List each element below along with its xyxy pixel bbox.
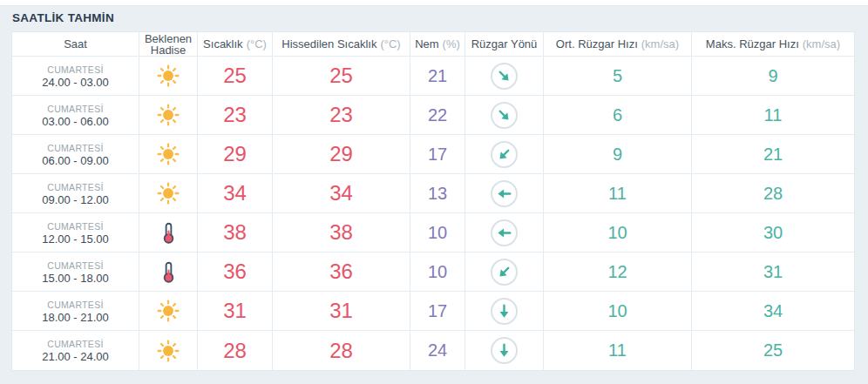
row-day: CUMARTESİ — [47, 103, 103, 115]
cell-wind-direction — [465, 96, 544, 134]
table-row: CUMARTESİ 21.00 - 24.00 28 28 24 — [12, 331, 854, 370]
column-header-label: Saat — [64, 38, 87, 50]
table-body: CUMARTESİ 24.00 - 03.00 25 25 21 — [12, 57, 854, 370]
sun-icon — [156, 64, 180, 88]
cell-temperature: 38 — [198, 213, 273, 252]
sun-icon — [156, 103, 180, 127]
cell-humidity: 17 — [410, 292, 465, 330]
row-day: CUMARTESİ — [47, 181, 103, 193]
column-header: Rüzgar Yönü — [465, 32, 544, 56]
thermometer-icon — [156, 220, 180, 245]
sun-icon — [156, 103, 180, 127]
table-header-row: SaatBeklenen HadiseSıcaklık(°C)Hissedile… — [12, 32, 854, 57]
table-row: CUMARTESİ 09.00 - 12.00 34 34 13 — [12, 174, 854, 213]
table-row: CUMARTESİ 18.00 - 21.00 31 31 17 — [12, 292, 854, 331]
table-row: CUMARTESİ 12.00 - 15.00 38 38 10 10 30 — [12, 213, 854, 253]
sun-icon — [156, 339, 180, 363]
cell-avg-wind-speed: 10 — [544, 292, 692, 330]
sun-icon — [156, 299, 180, 323]
thermometer-icon — [157, 260, 180, 284]
cell-max-wind-speed: 28 — [692, 174, 854, 212]
row-day: CUMARTESİ — [47, 142, 103, 154]
wind-direction-icon — [491, 259, 518, 286]
cell-max-wind-speed: 30 — [692, 213, 854, 252]
wind-direction-icon — [491, 337, 518, 364]
column-header-label: Hissedilen Sıcaklık — [281, 38, 376, 50]
row-time: 24.00 - 03.00 — [42, 76, 109, 89]
cell-wind-direction — [465, 213, 544, 252]
cell-avg-wind-speed: 5 — [544, 57, 692, 95]
cell-feels-like: 25 — [273, 57, 410, 95]
cell-temperature: 23 — [198, 96, 273, 134]
wind-direction-icon — [491, 63, 518, 90]
cell-avg-wind-speed: 11 — [544, 174, 692, 212]
column-header: Nem(%) — [410, 32, 465, 56]
column-header-label: Sıcaklık — [203, 38, 243, 50]
column-header-unit: (°C) — [380, 38, 400, 50]
cell-wind-direction — [465, 253, 544, 291]
thermometer-icon — [156, 259, 180, 284]
sun-icon — [156, 181, 180, 205]
cell-temperature: 29 — [198, 135, 273, 173]
cell-expected-event — [139, 213, 198, 252]
wind-direction-icon — [491, 180, 518, 207]
cell-time: CUMARTESİ 06.00 - 09.00 — [12, 135, 139, 173]
column-header-unit: (km/sa) — [803, 38, 840, 50]
cell-feels-like: 29 — [273, 135, 410, 173]
cell-feels-like: 23 — [273, 96, 410, 134]
cell-avg-wind-speed: 10 — [544, 213, 692, 252]
cell-humidity: 22 — [410, 96, 465, 134]
row-time: 18.00 - 21.00 — [42, 311, 109, 324]
wind-direction-icon — [491, 141, 518, 168]
sun-icon — [156, 142, 180, 166]
cell-temperature: 31 — [198, 292, 273, 330]
cell-temperature: 36 — [198, 253, 273, 291]
table-row: CUMARTESİ 03.00 - 06.00 23 23 22 — [12, 96, 854, 135]
column-header: Hissedilen Sıcaklık(°C) — [273, 32, 410, 56]
cell-humidity: 10 — [410, 253, 465, 291]
cell-max-wind-speed: 21 — [692, 135, 854, 173]
cell-wind-direction — [465, 174, 544, 212]
sun-icon — [156, 339, 180, 363]
row-day: CUMARTESİ — [47, 259, 103, 272]
cell-time: CUMARTESİ 09.00 - 12.00 — [12, 174, 139, 212]
row-time: 06.00 - 09.00 — [42, 154, 109, 167]
column-header-label: Beklenen Hadise — [145, 33, 192, 56]
page-title: SAATLİK TAHMİN — [12, 11, 868, 24]
cell-temperature: 34 — [198, 174, 273, 212]
column-header: Sıcaklık(°C) — [198, 32, 273, 56]
wind-direction-icon — [491, 102, 518, 129]
cell-temperature: 25 — [198, 57, 273, 95]
row-time: 21.00 - 24.00 — [42, 350, 109, 363]
hourly-forecast-table: SaatBeklenen HadiseSıcaklık(°C)Hissedile… — [11, 31, 855, 371]
sun-icon — [156, 142, 180, 166]
column-header-unit: (°C) — [247, 38, 267, 50]
row-time: 03.00 - 06.00 — [42, 115, 109, 128]
top-divider — [0, 0, 868, 6]
sun-icon — [156, 64, 180, 88]
cell-max-wind-speed: 31 — [692, 253, 854, 291]
column-header: Maks. Rüzgar Hızı(km/sa) — [692, 32, 854, 56]
cell-expected-event — [139, 292, 198, 330]
cell-temperature: 28 — [198, 331, 273, 370]
cell-humidity: 13 — [410, 174, 465, 212]
cell-expected-event — [139, 96, 198, 134]
column-header-unit: (km/sa) — [641, 38, 679, 50]
row-time: 12.00 - 15.00 — [42, 232, 109, 246]
cell-time: CUMARTESİ 18.00 - 21.00 — [12, 292, 139, 330]
cell-avg-wind-speed: 11 — [544, 331, 692, 370]
table-row: CUMARTESİ 06.00 - 09.00 29 29 17 — [12, 135, 854, 174]
cell-wind-direction — [465, 331, 544, 370]
cell-max-wind-speed: 11 — [692, 96, 854, 134]
cell-humidity: 24 — [410, 331, 465, 370]
cell-avg-wind-speed: 9 — [544, 135, 692, 173]
cell-humidity: 21 — [410, 57, 465, 95]
wind-direction-icon — [491, 219, 518, 246]
cell-expected-event — [139, 57, 198, 95]
row-day: CUMARTESİ — [47, 299, 103, 311]
cell-avg-wind-speed: 12 — [544, 253, 692, 291]
cell-max-wind-speed: 9 — [692, 57, 854, 95]
column-header: Beklenen Hadise — [139, 32, 198, 56]
cell-humidity: 10 — [410, 213, 465, 252]
cell-time: CUMARTESİ 12.00 - 15.00 — [12, 213, 139, 252]
